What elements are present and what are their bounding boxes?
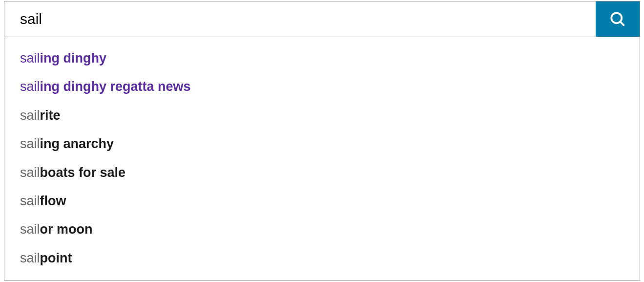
suggestion-item[interactable]: sailflow	[4, 187, 640, 215]
suggestion-completion: rite	[40, 108, 61, 123]
suggestion-item[interactable]: sailing dinghy	[4, 44, 640, 72]
suggestion-prefix: sail	[20, 194, 40, 208]
search-button[interactable]	[596, 1, 640, 37]
suggestion-prefix: sail	[20, 79, 40, 94]
suggestion-item[interactable]: sailing anarchy	[4, 130, 640, 158]
svg-line-1	[620, 22, 624, 25]
suggestion-completion: or moon	[40, 222, 93, 237]
svg-point-0	[611, 13, 622, 23]
suggestion-completion: point	[40, 251, 72, 265]
suggestion-completion: ing anarchy	[40, 136, 114, 151]
suggestion-prefix: sail	[20, 136, 40, 151]
suggestion-item[interactable]: sailpoint	[4, 244, 640, 272]
suggestion-prefix: sail	[20, 108, 40, 123]
search-icon	[609, 10, 626, 28]
suggestion-item[interactable]: sailrite	[4, 101, 640, 130]
suggestion-completion: ing dinghy	[40, 51, 106, 65]
suggestion-item[interactable]: sailing dinghy regatta news	[4, 72, 640, 101]
suggestion-completion: boats for sale	[40, 165, 126, 180]
suggestion-prefix: sail	[20, 251, 40, 265]
suggestion-prefix: sail	[20, 222, 40, 237]
search-bar	[4, 1, 640, 37]
suggestion-item[interactable]: sailor moon	[4, 215, 640, 243]
suggestion-prefix: sail	[20, 165, 40, 180]
suggestion-completion: flow	[40, 194, 66, 208]
search-container: sailing dinghy sailing dinghy regatta ne…	[4, 1, 640, 281]
search-input[interactable]	[4, 1, 596, 37]
suggestion-prefix: sail	[20, 51, 40, 65]
suggestion-item[interactable]: sailboats for sale	[4, 158, 640, 187]
suggestions-dropdown: sailing dinghy sailing dinghy regatta ne…	[4, 37, 640, 281]
suggestion-completion: ing dinghy regatta news	[40, 79, 191, 94]
